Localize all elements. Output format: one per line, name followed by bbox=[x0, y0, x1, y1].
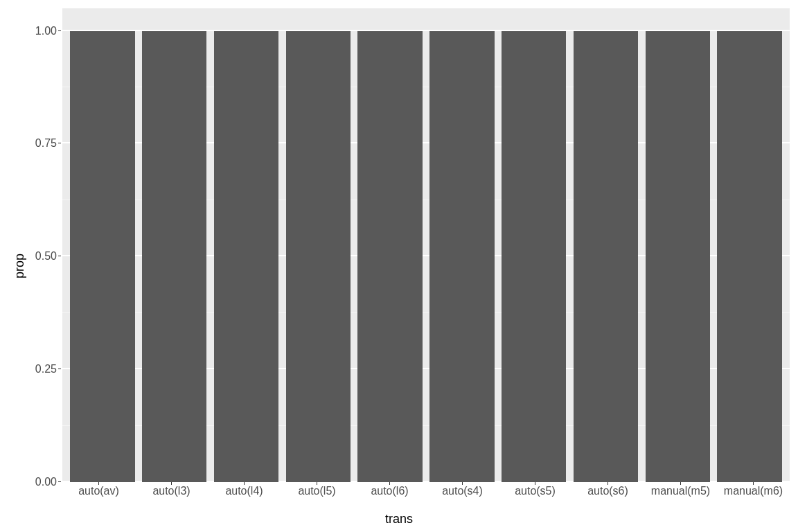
plot-panel bbox=[62, 8, 790, 482]
y-axis-title: prop bbox=[12, 254, 27, 278]
y-tick-label: 0.75 bbox=[35, 137, 57, 150]
y-tick-label: 1.00 bbox=[35, 25, 57, 37]
bar-slot bbox=[498, 8, 570, 482]
bar-slot bbox=[211, 8, 283, 482]
y-tick-mark bbox=[58, 256, 61, 256]
bar bbox=[502, 31, 566, 482]
x-tick-label: auto(s6) bbox=[571, 485, 644, 506]
bar bbox=[357, 31, 422, 482]
y-axis-ticks: 0.000.250.500.751.00 bbox=[33, 8, 61, 482]
x-tick-label: auto(av) bbox=[62, 485, 135, 506]
x-axis-ticks: auto(av)auto(l3)auto(l4)auto(l5)auto(l6)… bbox=[62, 485, 790, 506]
bar bbox=[142, 31, 206, 482]
x-tick-label: auto(s5) bbox=[499, 485, 571, 506]
bar-slot bbox=[570, 8, 642, 482]
x-tick-label: manual(m5) bbox=[644, 485, 717, 506]
y-tick-mark bbox=[58, 143, 61, 143]
bar bbox=[717, 31, 781, 482]
bar bbox=[214, 31, 278, 482]
bars-group bbox=[62, 8, 790, 482]
y-tick-label: 0.00 bbox=[35, 476, 57, 488]
y-tick-label: 0.25 bbox=[35, 363, 57, 375]
bar-slot bbox=[139, 8, 211, 482]
bar bbox=[70, 31, 134, 482]
chart-container: prop trans 0.000.250.500.751.00 auto(av)… bbox=[0, 0, 798, 532]
x-tick-label: auto(l3) bbox=[135, 485, 208, 506]
y-tick-mark bbox=[58, 30, 61, 31]
x-tick-label: manual(m6) bbox=[717, 485, 790, 506]
bar-slot bbox=[713, 8, 786, 482]
bar-slot bbox=[282, 8, 354, 482]
bar-slot bbox=[66, 8, 139, 482]
bar-slot bbox=[641, 8, 713, 482]
y-tick-mark bbox=[58, 481, 61, 482]
bar bbox=[646, 31, 710, 482]
x-tick-label: auto(l6) bbox=[353, 485, 426, 506]
bar bbox=[574, 31, 638, 482]
y-tick-mark bbox=[58, 369, 61, 369]
y-tick-label: 0.50 bbox=[35, 250, 57, 263]
bar bbox=[429, 31, 494, 482]
x-tick-label: auto(s4) bbox=[426, 485, 499, 506]
x-tick-label: auto(l5) bbox=[281, 485, 353, 506]
bar-slot bbox=[426, 8, 498, 482]
bar bbox=[286, 31, 351, 482]
x-tick-label: auto(l4) bbox=[208, 485, 281, 506]
bar-slot bbox=[354, 8, 426, 482]
x-axis-title: trans bbox=[385, 512, 413, 526]
